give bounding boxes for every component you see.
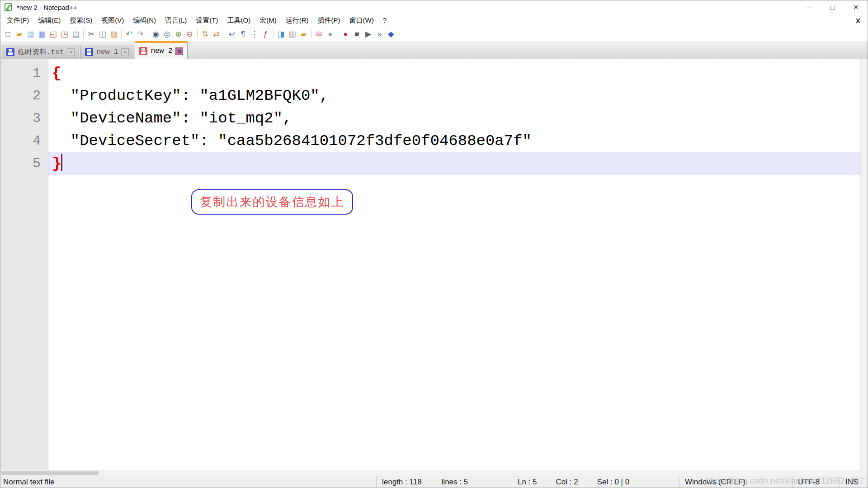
tab-temp-file[interactable]: 临时资料.txt× — [2, 45, 79, 59]
tab-close-icon[interactable]: × — [121, 48, 129, 56]
notepadpp-window: *new 2 - Notepad++ ─ □ × 文件(F)编辑(E)搜索(S)… — [0, 0, 868, 488]
macro-record-icon[interactable]: ● — [340, 28, 351, 40]
status-length: length : 118 — [382, 478, 422, 487]
zoom-out-icon[interactable]: ⊖ — [184, 28, 195, 40]
menu-item-search[interactable]: 搜索(S) — [65, 14, 97, 27]
menu-item-view[interactable]: 视图(V) — [97, 14, 128, 27]
print-icon[interactable]: ▤ — [70, 28, 81, 40]
status-insert-mode[interactable]: INS — [840, 476, 868, 488]
browser-icon[interactable]: ● — [325, 28, 336, 40]
toolbar-separator — [224, 29, 224, 38]
code-line[interactable]: "DeviceSecret": "caa5b2684101072f3dfe0f0… — [48, 130, 860, 152]
menu-item-encoding[interactable]: 编码(N) — [128, 14, 160, 27]
status-eol-format[interactable]: Windows (CR LF) — [679, 476, 792, 488]
macro-play-icon[interactable]: ▶ — [363, 28, 374, 40]
indent-guide-icon[interactable]: ⋮ — [249, 28, 260, 40]
tab-new-1[interactable]: new 1× — [80, 45, 133, 59]
toolbar: □▰▦▥◱◳▤✂◫▨↶↷◉◎⊕⊖⇅⇄↩¶⋮ƒ◨▥▰✉●●■▶»◆ — [0, 27, 868, 41]
close-file-icon[interactable]: ◱ — [47, 28, 59, 40]
code-line[interactable]: "DeviceName": "iot_mq2", — [48, 107, 860, 130]
tab-close-icon[interactable]: × — [175, 47, 183, 55]
status-bar: Normal text file length : 118 lines : 5 … — [0, 476, 868, 488]
save-all-icon[interactable]: ▥ — [36, 28, 47, 40]
macro-save-icon[interactable]: ◆ — [385, 28, 396, 40]
tab-label: 临时资料.txt — [18, 47, 64, 57]
doc-list-icon[interactable]: ▥ — [287, 28, 298, 40]
show-all-characters-icon[interactable]: ¶ — [237, 28, 249, 40]
menubar-close-icon[interactable]: X — [856, 17, 868, 24]
tab-label: new 1 — [96, 48, 118, 56]
menu-item-window[interactable]: 窗口(W) — [344, 14, 378, 27]
line-number-gutter: 12345 — [0, 59, 48, 470]
horizontal-scrollbar[interactable] — [0, 470, 868, 476]
code-area[interactable]: { "ProductKey": "a1GLM2BFQK0", "DeviceNa… — [48, 59, 860, 470]
new-file-icon[interactable]: □ — [2, 28, 14, 40]
save-icon[interactable]: ▦ — [25, 28, 36, 40]
text-caret — [61, 154, 62, 171]
tab-bar: 临时资料.txt×new 1×new 2× — [0, 41, 868, 59]
line-number: 2 — [0, 84, 48, 107]
tab-new-2[interactable]: new 2× — [135, 41, 188, 59]
status-doc-type: Normal text file — [0, 476, 376, 488]
folder-as-workspace-icon[interactable]: ▰ — [298, 28, 309, 40]
menu-item-tools[interactable]: 工具(O) — [222, 14, 255, 27]
saved-floppy-icon — [6, 48, 14, 56]
annotation-text: 复制出来的设备信息如上 — [200, 194, 344, 210]
doc-map-icon[interactable]: ◨ — [275, 28, 287, 40]
maximize-button[interactable]: □ — [821, 0, 844, 14]
word-wrap-icon[interactable]: ↩ — [226, 28, 237, 40]
menu-item-edit[interactable]: 编辑(E) — [33, 14, 65, 27]
status-line-number: Ln : 5 — [518, 478, 537, 487]
window-controls: ─ □ × — [797, 0, 868, 14]
monitoring-icon[interactable]: ✉ — [313, 28, 325, 40]
zoom-in-icon[interactable]: ⊕ — [173, 28, 184, 40]
code-text: { — [52, 65, 61, 82]
line-number: 5 — [0, 152, 48, 175]
toolbar-separator — [273, 29, 274, 38]
cut-icon[interactable]: ✂ — [85, 28, 97, 40]
sync-horizontal-icon[interactable]: ⇄ — [211, 28, 222, 40]
replace-icon[interactable]: ◎ — [161, 28, 173, 40]
code-line[interactable]: { — [48, 62, 860, 84]
annotation-callout: 复制出来的设备信息如上 — [191, 189, 353, 215]
sync-vertical-icon[interactable]: ⇅ — [199, 28, 211, 40]
menu-item-settings[interactable]: 设置(T) — [191, 14, 222, 27]
line-number: 4 — [0, 130, 48, 152]
tab-close-icon[interactable]: × — [67, 48, 75, 56]
macro-run-multiple-icon[interactable]: » — [374, 28, 385, 40]
function-list-icon[interactable]: ƒ — [260, 28, 271, 40]
toolbar-separator — [148, 29, 148, 38]
menu-bar: 文件(F)编辑(E)搜索(S)视图(V)编码(N)语言(L)设置(T)工具(O)… — [0, 14, 868, 27]
vertical-scrollbar[interactable] — [860, 59, 868, 470]
code-line[interactable]: "ProductKey": "a1GLM2BFQK0", — [48, 84, 860, 107]
find-icon[interactable]: ◉ — [150, 28, 161, 40]
menu-item-language[interactable]: 语言(L) — [160, 14, 191, 27]
horizontal-scrollbar-thumb[interactable] — [1, 471, 99, 475]
status-encoding[interactable]: UTF-8 — [792, 476, 840, 488]
macro-stop-icon[interactable]: ■ — [351, 28, 363, 40]
menu-item-file[interactable]: 文件(F) — [2, 14, 33, 27]
close-all-icon[interactable]: ◳ — [59, 28, 70, 40]
menu-item-macro[interactable]: 宏(M) — [255, 14, 281, 27]
toolbar-separator — [121, 29, 122, 38]
open-folder-icon[interactable]: ▰ — [14, 28, 25, 40]
menu-item-run[interactable]: 运行(R) — [281, 14, 313, 27]
status-selection: Sel : 0 | 0 — [597, 478, 630, 487]
unsaved-floppy-icon — [139, 47, 147, 55]
menu-item-plugins[interactable]: 插件(P) — [313, 14, 344, 27]
editor-area[interactable]: 12345 { "ProductKey": "a1GLM2BFQK0", "De… — [0, 59, 868, 470]
toolbar-separator — [338, 29, 338, 38]
toolbar-separator — [83, 29, 84, 38]
current-code-line[interactable]: } — [48, 152, 860, 175]
paste-icon[interactable]: ▨ — [108, 28, 119, 40]
line-number: 1 — [0, 62, 48, 84]
undo-icon[interactable]: ↶ — [123, 28, 135, 40]
menu-item-help[interactable]: ? — [378, 14, 391, 27]
redo-icon[interactable]: ↷ — [135, 28, 146, 40]
minimize-button[interactable]: ─ — [797, 0, 821, 14]
close-button[interactable]: × — [844, 0, 868, 14]
status-column-number: Col : 2 — [556, 478, 578, 487]
line-number: 3 — [0, 107, 48, 130]
code-text: } — [52, 155, 61, 172]
copy-icon[interactable]: ◫ — [97, 28, 108, 40]
